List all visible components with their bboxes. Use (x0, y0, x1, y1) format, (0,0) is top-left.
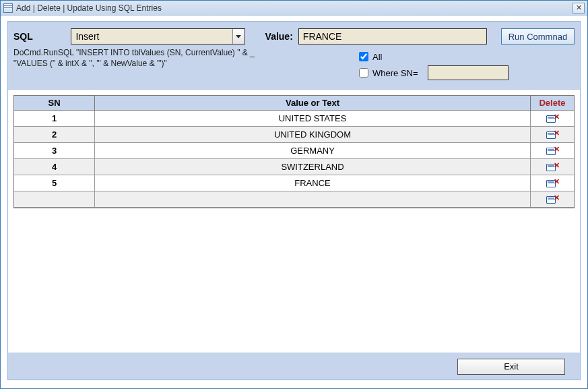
run-command-button[interactable]: Run Commnad (501, 28, 575, 44)
where-sn-input[interactable] (428, 65, 509, 80)
cell-value: GERMANY (95, 143, 531, 158)
where-sn-checkbox[interactable] (359, 68, 368, 78)
cell-value: UNITED KINGDOM (95, 127, 531, 142)
sql-combo-value: Insert (75, 31, 99, 42)
cell-sn (14, 191, 95, 207)
table-row: ✕ (14, 191, 574, 208)
cell-sn: 2 (14, 127, 95, 142)
form-window: Add | Delete | Update Using SQL Entries … (0, 0, 588, 389)
control-row: SQL Insert Value: FRANCE Run Commnad (13, 28, 575, 44)
cell-delete[interactable]: ✕ (531, 111, 574, 126)
table-row: 1UNITED STATES✕ (14, 111, 574, 127)
all-checkbox[interactable] (359, 52, 368, 61)
cell-delete[interactable]: ✕ (531, 159, 574, 175)
cell-value: FRANCE (95, 175, 531, 191)
cell-value (95, 191, 531, 207)
cell-delete[interactable]: ✕ (531, 191, 574, 207)
sql-combo[interactable]: Insert (71, 28, 244, 44)
top-panel: SQL Insert Value: FRANCE Run Commnad DoC… (8, 22, 580, 90)
all-label: All (372, 52, 382, 62)
table-row: 3GERMANY✕ (14, 143, 574, 159)
delete-icon[interactable]: ✕ (546, 195, 558, 204)
table-row: 2UNITED KINGDOM✕ (14, 127, 574, 143)
cell-delete[interactable]: ✕ (531, 143, 574, 158)
table-row: 5FRANCE✕ (14, 175, 574, 191)
cell-sn: 3 (14, 143, 95, 158)
cell-sn: 4 (14, 159, 95, 175)
delete-icon[interactable]: ✕ (546, 114, 558, 123)
header-value: Value or Text (95, 96, 531, 110)
header-delete: Delete (531, 96, 574, 110)
options-group: All Where SN= (359, 49, 575, 81)
where-sn-label: Where SN= (372, 68, 418, 78)
form-icon (3, 3, 13, 13)
value-input[interactable]: FRANCE (298, 28, 487, 44)
close-button[interactable]: ✕ (573, 3, 585, 13)
title-bar: Add | Delete | Update Using SQL Entries … (1, 1, 587, 16)
delete-icon[interactable]: ✕ (546, 179, 558, 188)
delete-icon[interactable]: ✕ (546, 162, 558, 172)
cell-value: UNITED STATES (95, 111, 531, 126)
chevron-down-icon[interactable] (232, 29, 244, 44)
cell-value: SWITZERLAND (95, 159, 531, 175)
cell-delete[interactable]: ✕ (531, 175, 574, 191)
table-row: 4SWITZERLAND✕ (14, 159, 574, 175)
bottom-panel: Exit (8, 353, 580, 380)
value-label: Value: (265, 31, 293, 42)
sql-label: SQL (13, 31, 65, 42)
form-body: SQL Insert Value: FRANCE Run Commnad DoC… (7, 21, 581, 380)
exit-button[interactable]: Exit (457, 359, 565, 375)
values-grid: SN Value or Text Delete 1UNITED STATES✕2… (13, 95, 575, 208)
window-title: Add | Delete | Update Using SQL Entries (16, 3, 573, 13)
cell-sn: 1 (14, 111, 95, 126)
header-sn: SN (14, 96, 95, 110)
cell-delete[interactable]: ✕ (531, 127, 574, 142)
delete-icon[interactable]: ✕ (546, 130, 558, 140)
delete-icon[interactable]: ✕ (546, 146, 558, 156)
grid-header: SN Value or Text Delete (14, 96, 574, 111)
grid-body: 1UNITED STATES✕2UNITED KINGDOM✕3GERMANY✕… (14, 111, 574, 208)
cell-sn: 5 (14, 175, 95, 191)
